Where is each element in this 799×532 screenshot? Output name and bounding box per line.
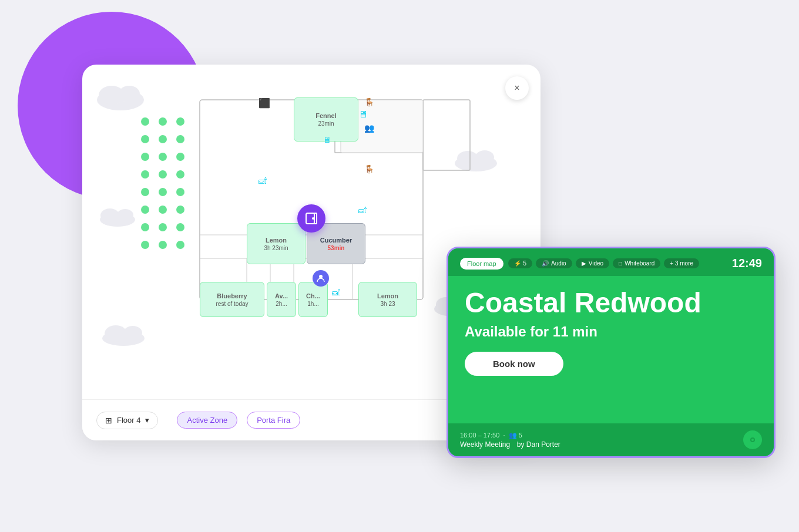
room-title: Coastal Redwood bbox=[465, 288, 757, 319]
meeting-dot bbox=[743, 430, 762, 449]
meeting-organizer: by Dan Porter bbox=[517, 440, 560, 449]
floor-selector-arrow: ▾ bbox=[145, 416, 149, 425]
feature-whiteboard: □ Whiteboard bbox=[613, 258, 660, 268]
chair-icon-2: 🪑 bbox=[364, 164, 374, 174]
desk-icon-1: ⬛ bbox=[258, 97, 270, 109]
dot bbox=[141, 223, 149, 231]
meeting-bar: 16:00 – 17:50 · 👥 5 Weekly Meeting by Da… bbox=[448, 423, 774, 456]
svg-rect-18 bbox=[423, 100, 470, 170]
card-body: Coastal Redwood Available for 11 min Boo… bbox=[448, 276, 774, 388]
room-availability: Available for 11 min bbox=[465, 324, 757, 340]
dot bbox=[176, 241, 184, 249]
audio-icon: 🔊 bbox=[542, 260, 549, 267]
dot bbox=[159, 135, 167, 143]
card-time: 12:49 bbox=[732, 257, 762, 270]
meeting-time-text: 16:00 – 17:50 bbox=[460, 432, 499, 439]
meeting-name-text: Weekly Meeting bbox=[460, 440, 510, 449]
room-ch-name: Ch... bbox=[306, 292, 320, 299]
door-marker[interactable] bbox=[297, 204, 325, 233]
capacity-icon: ⚡ bbox=[514, 260, 521, 267]
desk-icon-3: 🖥 bbox=[323, 135, 331, 144]
feature-audio: 🔊 Audio bbox=[536, 258, 572, 268]
tab-floor-map[interactable]: Floor map bbox=[460, 258, 503, 270]
room-detail-card: Floor map ⚡ 5 🔊 Audio ▶ Video □ Whiteboa… bbox=[446, 247, 776, 458]
person-marker bbox=[313, 270, 329, 287]
meeting-time-range: 16:00 – 17:50 · 👥 5 bbox=[460, 432, 560, 439]
zone-pill-active-zone[interactable]: Active Zone bbox=[177, 412, 237, 429]
chair-icon-1: 🪑 bbox=[364, 97, 374, 107]
svg-point-27 bbox=[312, 217, 314, 220]
dot bbox=[159, 170, 167, 179]
dot bbox=[176, 206, 184, 214]
sofa-icon: 🛋 bbox=[258, 176, 267, 186]
room-lemon-top[interactable]: Lemon 3h 23min bbox=[247, 223, 306, 264]
room-lemon-top-name: Lemon bbox=[266, 237, 287, 244]
person-icon bbox=[317, 274, 325, 282]
video-icon: ▶ bbox=[582, 260, 586, 267]
svg-point-7 bbox=[100, 208, 119, 223]
room-lemon-bot-time: 3h 23 bbox=[380, 301, 395, 307]
capacity-value: 5 bbox=[523, 260, 527, 267]
feature-more[interactable]: + 3 more bbox=[664, 258, 699, 268]
room-fennel-name: Fennel bbox=[315, 112, 336, 119]
dot-icon bbox=[749, 436, 756, 443]
meeting-name: Weekly Meeting by Dan Porter bbox=[460, 439, 560, 449]
feature-capacity: ⚡ 5 bbox=[508, 258, 533, 268]
dot bbox=[141, 170, 149, 179]
floor-selector[interactable]: ⊞ Floor 4 ▾ bbox=[96, 412, 158, 429]
floor-selector-icon: ⊞ bbox=[105, 416, 112, 425]
dot bbox=[141, 153, 149, 161]
feature-pills: ⚡ 5 🔊 Audio ▶ Video □ Whiteboard + 3 mor… bbox=[508, 258, 699, 268]
dot bbox=[141, 135, 149, 143]
room-av-time: 2h... bbox=[276, 301, 287, 307]
room-av[interactable]: Av... 2h... bbox=[267, 282, 296, 317]
occupancy-dots bbox=[141, 117, 187, 251]
floor-map-area: Fennel 23min ⬛ 🖥 🪑 👥 🖥 🪑 🛋 🛋 Lemon 3h 23… bbox=[129, 88, 482, 393]
desk-icon-2: 🖥 bbox=[358, 109, 368, 120]
dot bbox=[159, 153, 167, 161]
card-tabs: Floor map ⚡ 5 🔊 Audio ▶ Video □ Whiteboa… bbox=[460, 258, 699, 270]
room-lemon-bot[interactable]: Lemon 3h 23 bbox=[358, 282, 417, 317]
svg-point-5 bbox=[475, 150, 494, 164]
dot bbox=[141, 188, 149, 196]
dot bbox=[159, 188, 167, 196]
room-lemon-top-time: 3h 23min bbox=[264, 245, 288, 251]
meeting-capacity-icon: 👥 bbox=[509, 432, 517, 439]
dot bbox=[159, 223, 167, 231]
person-icon-1: 👥 bbox=[364, 123, 374, 133]
dot bbox=[141, 241, 149, 249]
sofa-icon-3: 🛋 bbox=[332, 288, 340, 297]
meeting-capacity: 5 bbox=[519, 432, 522, 439]
room-lemon-bot-name: Lemon bbox=[377, 292, 398, 299]
card-header: Floor map ⚡ 5 🔊 Audio ▶ Video □ Whiteboa… bbox=[448, 248, 774, 276]
floor-selector-label: Floor 4 bbox=[117, 416, 140, 425]
dot bbox=[159, 117, 167, 126]
svg-point-31 bbox=[319, 275, 323, 278]
more-label: + 3 more bbox=[670, 260, 693, 267]
room-fennel-time: 23min bbox=[318, 120, 334, 127]
zone-pill-porta-fira[interactable]: Porta Fira bbox=[247, 412, 300, 429]
room-av-name: Av... bbox=[275, 292, 288, 299]
room-blueberry-name: Blueberry bbox=[217, 292, 247, 299]
whiteboard-label: Whiteboard bbox=[625, 260, 654, 267]
room-ch-time: 1h... bbox=[307, 301, 318, 307]
room-ch[interactable]: Ch... 1h... bbox=[298, 282, 328, 317]
book-now-button[interactable]: Book now bbox=[465, 352, 563, 376]
dot bbox=[176, 135, 184, 143]
room-blueberry-time: rest of today bbox=[216, 301, 248, 307]
sofa-icon-2: 🛋 bbox=[358, 206, 367, 215]
room-cucumber-time: 53min bbox=[328, 245, 345, 251]
meeting-info: 16:00 – 17:50 · 👥 5 Weekly Meeting by Da… bbox=[460, 432, 560, 449]
dot bbox=[141, 117, 149, 126]
room-blueberry[interactable]: Blueberry rest of today bbox=[200, 282, 264, 317]
dot bbox=[176, 153, 184, 161]
audio-label: Audio bbox=[551, 260, 566, 267]
dot bbox=[159, 241, 167, 249]
dot bbox=[176, 170, 184, 179]
svg-point-33 bbox=[751, 439, 754, 441]
dot bbox=[176, 188, 184, 196]
dot bbox=[141, 206, 149, 214]
dot bbox=[176, 117, 184, 126]
close-button[interactable]: × bbox=[505, 76, 529, 100]
feature-video: ▶ Video bbox=[576, 258, 609, 268]
